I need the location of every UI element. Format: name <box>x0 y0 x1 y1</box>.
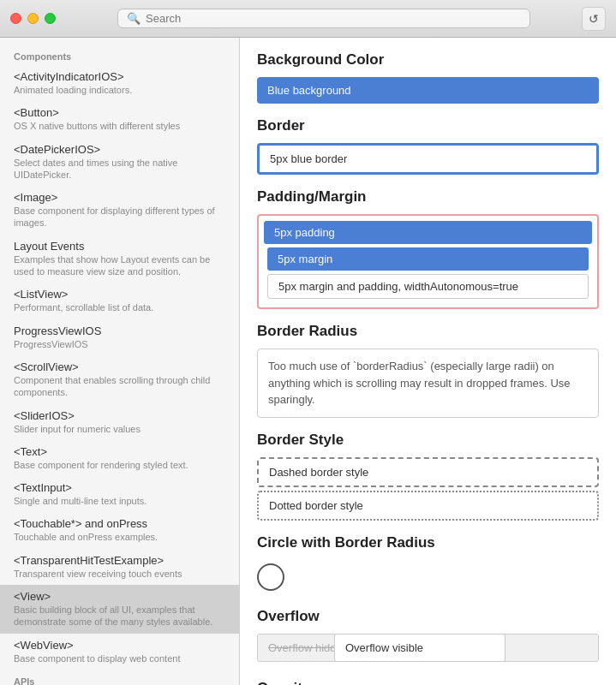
sidebar-item-title: <Touchable*> and onPress <box>14 517 225 530</box>
border-radius-title: Border Radius <box>257 323 599 340</box>
border-radius-box: Too much use of `borderRadius` (especial… <box>257 348 599 418</box>
dashed-border-box: Dashed border style <box>257 457 599 487</box>
sidebar-item-activity-indicator[interactable]: <ActivityIndicatorIOS> Animated loading … <box>0 65 239 101</box>
opacity-title: Opacity <box>257 680 599 686</box>
sidebar-item-desc: Animated loading indicators. <box>14 84 225 96</box>
sidebar-item-desc: ProgressViewIOS <box>14 338 225 350</box>
sidebar-item-title: <TransparentHitTestExample> <box>14 554 225 567</box>
sidebar: Components <ActivityIndicatorIOS> Animat… <box>0 38 240 685</box>
sidebar-item-desc: Base component for displaying different … <box>14 205 225 229</box>
components-section-label: Components <box>0 45 239 65</box>
background-color-title: Background Color <box>257 51 599 68</box>
sidebar-item-desc: Single and multi-line text inputs. <box>14 495 225 507</box>
minimize-button[interactable] <box>27 13 39 24</box>
search-bar[interactable]: 🔍 <box>117 9 530 28</box>
content-panel: Background Color Blue background Border … <box>240 38 616 685</box>
border-style-title: Border Style <box>257 432 599 449</box>
sidebar-item-datepicker[interactable]: <DatePickerIOS> Select dates and times u… <box>0 138 239 187</box>
sidebar-item-text[interactable]: <Text> Base component for rendering styl… <box>0 440 239 476</box>
sidebar-item-desc: OS X native buttons with different style… <box>14 120 225 132</box>
circle-container <box>257 560 599 594</box>
sidebar-item-title: <ScrollView> <box>14 360 225 373</box>
sidebar-item-title: ProgressViewIOS <box>14 325 225 337</box>
sidebar-item-desc: Slider input for numeric values <box>14 423 225 435</box>
sidebar-item-desc: Select dates and times using the native … <box>14 157 225 182</box>
sidebar-item-desc: Transparent view receiving touch events <box>14 568 225 580</box>
sidebar-item-desc: Basic building block of all UI, examples… <box>14 604 225 628</box>
sidebar-item-scrollview[interactable]: <ScrollView> Component that enables scro… <box>0 355 239 404</box>
sidebar-item-desc: Base component for rendering styled text… <box>14 459 225 471</box>
apis-section-label: APIs <box>0 670 239 685</box>
overflow-title: Overflow <box>257 608 599 625</box>
margin-box: 5px margin <box>267 247 589 271</box>
padding-margin-title: Padding/Margin <box>257 188 599 206</box>
maximize-button[interactable] <box>45 13 56 24</box>
sidebar-item-title: <TextInput> <box>14 481 225 494</box>
border-title: Border <box>257 117 599 134</box>
sidebar-item-listview[interactable]: <ListView> Performant, scrollable list o… <box>0 283 239 319</box>
sidebar-item-touchable[interactable]: <Touchable*> and onPress Touchable and o… <box>0 512 239 548</box>
sidebar-item-textinput[interactable]: <TextInput> Single and multi-line text i… <box>0 476 239 512</box>
sidebar-item-title: <Text> <box>14 445 225 458</box>
blue-background-box: Blue background <box>257 77 599 104</box>
sidebar-item-layout-events[interactable]: Layout Events Examples that show how Lay… <box>0 235 239 283</box>
sidebar-item-progressview[interactable]: ProgressViewIOS ProgressViewIOS <box>0 319 239 355</box>
window-controls <box>10 13 56 24</box>
sidebar-item-button[interactable]: <Button> OS X native buttons with differ… <box>0 101 239 137</box>
sidebar-item-slider[interactable]: <SliderIOS> Slider input for numeric val… <box>0 404 239 440</box>
sidebar-item-title: <ListView> <box>14 288 225 301</box>
refresh-button[interactable]: ↺ <box>582 7 606 31</box>
sidebar-item-title: <SliderIOS> <box>14 409 225 422</box>
padding-margin-container: 5px padding 5px margin 5px margin and pa… <box>257 214 599 309</box>
sidebar-item-view[interactable]: <View> Basic building block of all UI, e… <box>0 585 239 634</box>
sidebar-item-webview[interactable]: <WebView> Base component to display web … <box>0 634 239 670</box>
sidebar-item-desc: Component that enables scrolling through… <box>14 374 225 399</box>
circle-title: Circle with Border Radius <box>257 534 599 551</box>
main-layout: Components <ActivityIndicatorIOS> Animat… <box>0 38 616 685</box>
sidebar-item-title: <WebView> <box>14 639 225 652</box>
sidebar-item-title: <DatePickerIOS> <box>14 143 225 156</box>
margin-padding-box: 5px margin and padding, widthAutonomous=… <box>267 274 589 299</box>
search-icon: 🔍 <box>127 12 141 25</box>
circle-shape <box>257 563 284 591</box>
dotted-border-box: Dotted border style <box>257 491 599 521</box>
sidebar-item-title: <ActivityIndicatorIOS> <box>14 70 225 83</box>
sidebar-item-title: <Image> <box>14 191 225 204</box>
overflow-section: Overflow hidden Overflow visible <box>257 634 599 666</box>
sidebar-item-desc: Performant, scrollable list of data. <box>14 301 225 313</box>
close-button[interactable] <box>10 13 21 24</box>
padding-box: 5px padding <box>264 221 592 244</box>
titlebar: 🔍 ↺ <box>0 0 616 38</box>
sidebar-item-desc: Base component to display web content <box>14 652 225 664</box>
sidebar-item-transparenthit[interactable]: <TransparentHitTestExample> Transparent … <box>0 549 239 585</box>
overflow-visible-box: Overflow visible <box>334 634 505 662</box>
sidebar-item-desc: Touchable and onPress examples. <box>14 531 225 543</box>
sidebar-item-title: <View> <box>14 590 225 603</box>
sidebar-item-title: <Button> <box>14 106 225 119</box>
sidebar-item-image[interactable]: <Image> Base component for displaying di… <box>0 186 239 235</box>
search-input[interactable] <box>146 12 521 25</box>
sidebar-item-desc: Examples that show how Layout events can… <box>14 253 225 278</box>
sidebar-item-title: Layout Events <box>14 240 225 253</box>
border-box: 5px blue border <box>257 143 599 175</box>
